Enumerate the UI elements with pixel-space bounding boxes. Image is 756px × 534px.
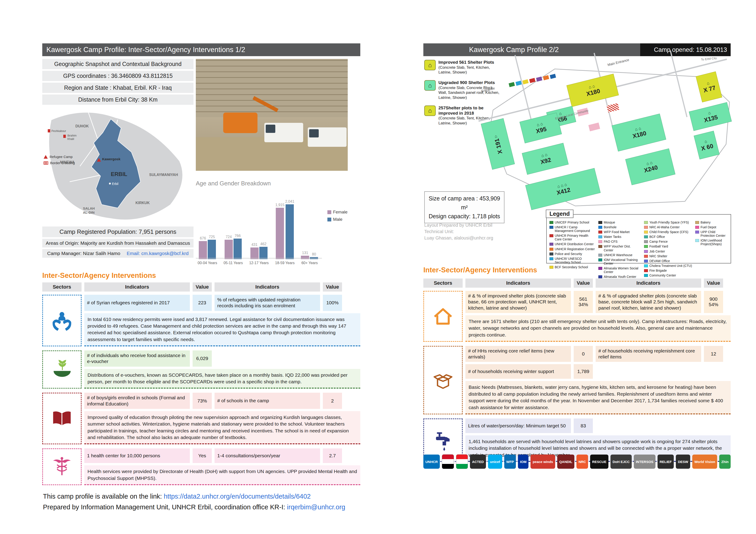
logo-doh-ejcc: DoH EJCC <box>610 455 632 469</box>
improved-plot-icon: ⌂ <box>424 60 436 70</box>
legend-label: Mosque <box>604 220 615 224</box>
page1-left-column: Geographic Snapshot and Contextual Backg… <box>42 59 194 265</box>
section-health: 1 health center for 10,000 persons Yes 1… <box>42 448 360 485</box>
section-protection: # of Syrian refugees registered in 2017 … <box>42 295 360 346</box>
section-note: Health services were provided by Directo… <box>84 465 360 485</box>
page1-title: Kawergosk Camp Profile: Inter-Sector/Age… <box>46 46 245 54</box>
truck <box>264 123 303 142</box>
region-state: Region and State : Khabat, Erbil. KR - I… <box>42 83 194 93</box>
legend-series-label: Male <box>333 217 342 222</box>
legend-label: Bakery <box>700 220 711 224</box>
legend-swatch-icon <box>550 221 554 224</box>
bar-male <box>208 240 216 259</box>
camp-construction-photo <box>196 59 348 171</box>
legend-item: Job Center <box>644 249 692 253</box>
legend-swatch-icon <box>695 221 699 224</box>
legend-item: Community Center <box>644 273 692 277</box>
legend-label: Fuel Depot <box>700 225 716 229</box>
bar-group: 1318060+ Years <box>301 192 318 265</box>
bar-male <box>259 247 268 259</box>
legend-item: Almasala Women Social Center <box>598 267 641 274</box>
legend-item: UNHCR / Camp Management Compound <box>550 225 595 233</box>
footer-link-prefix: This camp profile is available on the li… <box>43 493 164 500</box>
excavator <box>223 113 257 133</box>
footer-contact-prefix: Prepared by Information Management Unit,… <box>43 503 287 511</box>
camp-map-legend: Legend UNICEF Primary SchoolUNHCR / Camp… <box>546 214 731 264</box>
bar-value-label: 724 <box>226 235 232 239</box>
legend-swatch-icon <box>644 255 648 258</box>
registered-population: Camp Registered Population: 7,951 person… <box>42 226 194 237</box>
shelter-house-icon <box>423 291 463 342</box>
legend-item: UNHCR Primary Health Care Center <box>550 234 595 241</box>
logo-desw: DESW <box>676 455 690 469</box>
legend-swatch-icon <box>327 217 331 221</box>
legend-label: NRC Shelter <box>649 254 667 258</box>
indicator-label: Litres of water/person/day: Minimum targ… <box>465 419 571 433</box>
legend-item: Bakery <box>695 220 729 224</box>
bar-female <box>250 247 258 259</box>
legend-label: BCF Office <box>649 235 665 239</box>
legend-column: Youth Friendly Space (YFS)NRC Al-Waha Ce… <box>644 220 692 283</box>
logo-peace-winds: peace winds <box>530 455 555 469</box>
section-note: Distributions of e-vouchers, known as SC… <box>84 369 360 389</box>
label-kawergosk: Kawergosk <box>102 157 121 161</box>
layout-credit: Layout Prepared by UNHCR Erbil Technical… <box>424 222 502 241</box>
layout-credit-line2: Luay Ghasan, alalousi@unhcr.org <box>424 235 502 241</box>
legend-label: PAO CFS <box>604 240 617 243</box>
indicator-label: # of Syrian refugees registered in 2017 <box>84 295 190 311</box>
indicator-label: # of HHs receiving core relief items (ne… <box>465 346 571 362</box>
col-header-indicators: Indicators <box>465 279 571 288</box>
camp-legend-columns: UNICEF Primary SchoolUNHCR / Camp Manage… <box>547 215 731 285</box>
legend-item: Child Friendly Space (CFS) <box>644 230 692 234</box>
contact-email-link[interactable]: irqerbim@unhcr.org <box>287 503 345 511</box>
indicator-label: # of households receiving replenishment … <box>596 346 701 362</box>
legend-item: NRC Shelter <box>644 254 692 258</box>
profile-link[interactable]: https://data2.unhcr.org/en/documents/det… <box>164 493 311 500</box>
indicator-value: 83 <box>574 419 593 433</box>
camp-manager: Camp Manager: Nizar Salih Hamo <box>47 251 121 256</box>
indicator-label: 1-4 consultations/person/year <box>215 448 320 463</box>
legend-swatch-icon <box>644 260 648 263</box>
design-capacity: Design capacity: 1,718 plots <box>426 212 503 221</box>
legend-item: Police and Security <box>550 252 595 256</box>
page2-header-bar: Kawergosk Camp Profile 2/2 Camp opened: … <box>423 43 731 56</box>
indicator-value: 2 <box>323 393 342 409</box>
indicator-value: 2.7 <box>323 448 342 463</box>
upgraded-plot-icon: ⌂ <box>424 80 436 90</box>
legend-item: NRC Al-Waha Center <box>644 225 692 229</box>
refugee-camp-label: Refugee Camp <box>50 155 73 159</box>
page1-right-column: Age and Gender Breakdown 67672500-04 Yea… <box>196 59 351 265</box>
legend-label: Cholera Treatment Unit (CTU) <box>649 264 692 267</box>
gps-coordinates: GPS coordinates : 36.3460809 43.8112815 <box>42 71 194 81</box>
bar-group: 67672500-04 Years <box>198 192 217 265</box>
legend-swatch-icon <box>598 226 602 229</box>
bar-value-label: 676 <box>200 236 206 241</box>
col-header-value: Value <box>704 279 723 288</box>
legend-label: UNHCR/ UNESCO Secondary School <box>555 257 595 264</box>
section-basic-needs: # of HHs receiving core relief items (ne… <box>423 346 731 414</box>
legend-label: IOM Livelihood Project(Shops) <box>700 239 729 246</box>
legend-item: Water Tanks <box>598 235 641 239</box>
section-shelter: # & % of improved shelter plots (concret… <box>423 291 731 342</box>
legend-swatch-icon <box>695 239 699 242</box>
indicator-label: # of boys/girls enrolled in schools (For… <box>84 393 190 409</box>
page-1: Kawergosk Camp Profile: Inter-Sector/Age… <box>42 43 360 489</box>
logo-iom: IOM <box>518 455 528 469</box>
legend-item: BCF Secondary School <box>550 265 595 269</box>
bar-female <box>301 256 309 259</box>
page2-interventions-heading: Inter-Sector/Agency Interventions <box>423 266 537 274</box>
label-erbil-city: Erbil <box>112 182 118 186</box>
indicator-value: 900 54% <box>704 291 723 313</box>
col-header-sectors: Sectors <box>423 279 463 288</box>
camp-opened-date: Camp opened: 15.08.2013 <box>654 46 727 53</box>
truck <box>308 127 347 147</box>
legend-label: UNHCR / Camp Management Compound <box>555 225 595 233</box>
logo-relief: RELIEF <box>658 455 674 469</box>
legend-item: UNHCR Distribution Center <box>550 242 595 246</box>
block-label: X180 <box>632 130 647 140</box>
legend-swatch-icon <box>550 226 554 229</box>
legend-label: Community Center <box>649 273 676 277</box>
camp-manager-email-link[interactable]: Email: cm.kawrgosk@bcf.krd <box>126 251 188 256</box>
legend-swatch-icon <box>644 250 648 253</box>
legend-label: UNHCR Distribution Center <box>555 242 594 246</box>
